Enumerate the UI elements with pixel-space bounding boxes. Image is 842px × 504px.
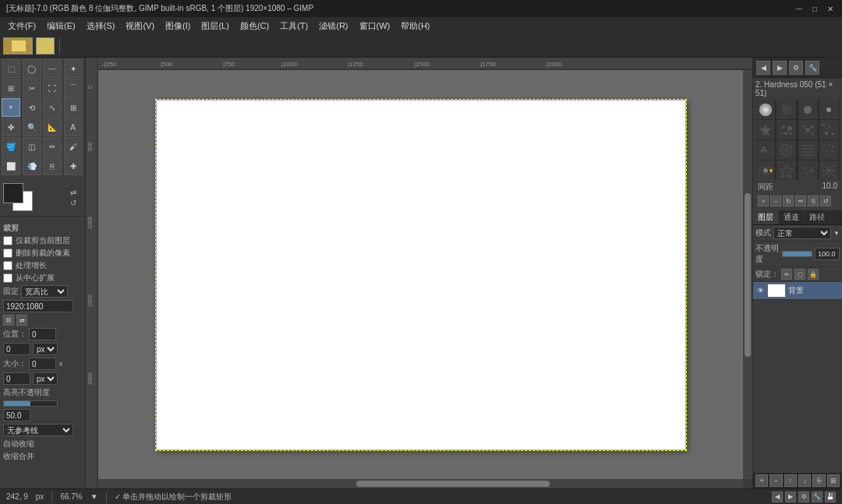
menu-item-h[interactable]: 帮助(H) — [396, 19, 434, 33]
rt-icon-2[interactable]: ▶ — [773, 61, 787, 75]
layer-item-background[interactable]: 👁 背景 — [753, 282, 842, 300]
tool-foreground-select[interactable]: ⛶ — [43, 79, 62, 97]
reset-colors-icon[interactable]: ↺ — [70, 199, 76, 207]
brush-ctrl-move[interactable]: ↺ — [820, 196, 831, 206]
canvas-scroll[interactable] — [98, 70, 743, 479]
tool-blend[interactable]: ◫ — [23, 137, 41, 156]
tool-airbrush[interactable]: 💨 — [23, 157, 41, 175]
foreground-color[interactable] — [3, 183, 23, 203]
close-button[interactable]: ✕ — [825, 3, 836, 14]
tab-layers[interactable]: 图层 — [753, 210, 779, 224]
brush-cell-13[interactable] — [755, 160, 775, 180]
menu-item-i[interactable]: 图像(I) — [161, 19, 195, 33]
tool-select-by-color[interactable]: ⊞ — [2, 79, 20, 97]
status-zoom-dropdown[interactable]: ▼ — [90, 492, 98, 501]
brush-cell-8[interactable] — [819, 120, 839, 139]
brush-cell-5[interactable] — [755, 120, 775, 139]
menu-item-c[interactable]: 颜色(C) — [235, 19, 274, 33]
tab-paths[interactable]: 路径 — [805, 210, 830, 224]
lock-position-icon[interactable]: 🔒 — [808, 269, 819, 280]
guide-select[interactable]: 无参考线 — [3, 424, 73, 436]
tool-zoom[interactable]: 🔍 — [23, 118, 41, 136]
tool-heal[interactable]: ✚ — [64, 157, 83, 175]
menu-item-f[interactable]: 文件(F) — [3, 19, 41, 33]
layer-visibility-icon[interactable]: 👁 — [755, 286, 765, 295]
delete-pixels-checkbox[interactable] — [3, 248, 12, 258]
lock-pixels-icon[interactable]: ⬡ — [794, 269, 805, 280]
brush-cell-9[interactable]: ☘ — [755, 140, 775, 160]
scrollbar-thumb-h[interactable] — [356, 481, 550, 487]
maximize-button[interactable]: □ — [809, 3, 820, 14]
minimize-button[interactable]: ─ — [794, 3, 805, 14]
tool-warp[interactable]: ⤡ — [43, 98, 62, 117]
tool-pencil[interactable]: ✏ — [43, 137, 62, 156]
toolbar-color-box[interactable] — [36, 37, 55, 55]
scrollbar-horizontal[interactable] — [98, 479, 743, 488]
fixed-value-input[interactable] — [3, 300, 73, 312]
rt-icon-1[interactable]: ◀ — [756, 61, 770, 75]
layer-delete-button[interactable]: − — [769, 474, 782, 487]
brush-cell-2[interactable] — [777, 100, 796, 119]
brush-cell-11[interactable] — [798, 140, 818, 160]
canvas-area[interactable]: -|250 |500 |750 |1000 |1250 |1500 |1750 … — [86, 58, 752, 488]
size-w-input[interactable] — [29, 358, 56, 370]
brush-cell-12[interactable] — [819, 140, 839, 160]
menu-item-l[interactable]: 图层(L) — [196, 19, 233, 33]
pos-y-input[interactable] — [3, 343, 30, 355]
brush-cell-6[interactable] — [777, 120, 796, 139]
layer-add-button[interactable]: + — [755, 474, 768, 487]
pos-x-input[interactable] — [29, 328, 56, 340]
brush-ctrl-edit[interactable]: ✏ — [795, 196, 806, 206]
menu-item-s[interactable]: 选择(S) — [82, 19, 120, 33]
tool-fuzzy-select[interactable]: ✦ — [64, 59, 83, 78]
size-unit-select[interactable]: px — [33, 372, 58, 385]
status-icon-3[interactable]: ⚙ — [798, 492, 809, 502]
brush-cell-4[interactable] — [819, 100, 839, 119]
tool-measure[interactable]: 📐 — [43, 118, 62, 136]
tool-text[interactable]: A — [64, 118, 83, 136]
layer-duplicate-button[interactable]: ⎘ — [812, 474, 825, 487]
swap-colors-icon[interactable]: ⇄ — [70, 189, 76, 197]
menu-item-e[interactable]: 编辑(E) — [42, 19, 80, 33]
opacity-value-input[interactable] — [815, 248, 840, 260]
status-icon-1[interactable]: ◀ — [772, 492, 783, 502]
rt-icon-4[interactable]: 🔧 — [805, 61, 819, 75]
tool-paintbrush[interactable]: 🖌 — [64, 137, 83, 156]
status-icon-4[interactable]: 🔧 — [812, 492, 823, 502]
allow-growing-checkbox[interactable] — [3, 261, 12, 270]
brush-cell-14[interactable] — [777, 160, 796, 180]
tool-align[interactable]: ⊞ — [64, 98, 83, 117]
fixed-swap-icon[interactable]: ⇄ — [16, 315, 27, 326]
fixed-chain-icon[interactable]: ⛓ — [3, 315, 14, 326]
tool-paths[interactable]: ⌒ — [64, 79, 83, 97]
tool-scissors[interactable]: ✂ — [23, 79, 41, 97]
tool-eraser[interactable]: ⬜ — [2, 157, 20, 175]
menu-item-v[interactable]: 视图(V) — [121, 19, 159, 33]
layer-merge-button[interactable]: ⊞ — [827, 474, 840, 487]
brush-cell-15[interactable] — [798, 160, 818, 180]
brush-cell-16[interactable] — [819, 160, 839, 180]
menu-item-w[interactable]: 窗口(W) — [355, 19, 395, 33]
opacity-slider[interactable] — [782, 251, 812, 257]
highlight-value-input[interactable] — [3, 409, 30, 421]
tool-crop[interactable]: ⌖ — [2, 98, 20, 117]
fixed-select[interactable]: 宽高比 — [21, 285, 68, 298]
layer-down-button[interactable]: ↓ — [798, 474, 811, 487]
brush-ctrl-add[interactable]: + — [758, 196, 769, 206]
menu-item-r[interactable]: 滤镜(R) — [314, 19, 352, 33]
menu-item-t[interactable]: 工具(T) — [275, 19, 313, 33]
brush-cell-10[interactable] — [777, 140, 796, 160]
brush-cell-3[interactable] — [798, 100, 818, 119]
lock-alpha-icon[interactable]: ✏ — [781, 269, 792, 280]
tab-channels[interactable]: 通道 — [779, 210, 805, 224]
brush-cell-7[interactable] — [798, 120, 818, 139]
tool-rectangle-select[interactable]: ⬚ — [2, 59, 20, 78]
tool-bucket-fill[interactable]: 🪣 — [2, 137, 20, 156]
brush-ctrl-refresh[interactable]: ↻ — [783, 196, 794, 206]
tool-move[interactable]: ✤ — [2, 118, 20, 136]
mode-select[interactable]: 正常 — [773, 227, 831, 239]
status-icon-2[interactable]: ▶ — [785, 492, 796, 502]
tool-clone[interactable]: ⎘ — [43, 157, 62, 175]
crop-current-layer-checkbox[interactable] — [3, 236, 12, 245]
tool-transform[interactable]: ⟲ — [23, 98, 41, 117]
